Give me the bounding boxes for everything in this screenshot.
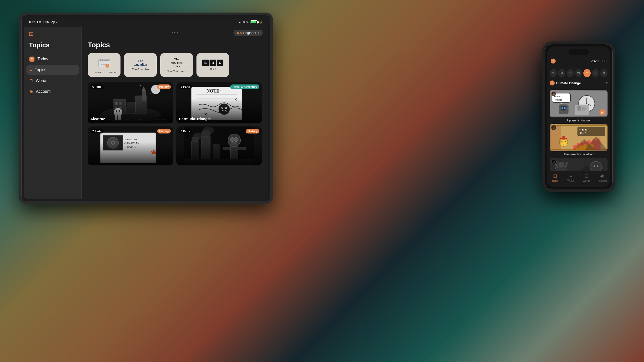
greenhouse-art-svg: THIS IS FINE — [550, 124, 608, 151]
day-T2[interactable]: T — [583, 69, 591, 77]
article-label-2: The greenhouse effect — [564, 153, 594, 156]
wifi-icon: ▲ — [238, 20, 242, 24]
sidebar-item-today[interactable]: 29 Today — [26, 54, 79, 64]
iphone-tab-today[interactable]: ⊟ Today — [547, 173, 563, 182]
article-comic-1: OLA? Hello! — [550, 90, 608, 117]
source-bbc[interactable]: B B C BBC — [196, 53, 229, 77]
svg-point-90 — [561, 141, 562, 142]
topic-card-canadian-caper[interactable]: OPERATION CANADIAN CAPER 🍁 7 Parts — [88, 126, 173, 165]
svg-rect-86 — [582, 107, 586, 111]
industrial-parts-tag: 6 Parts — [179, 129, 192, 133]
svg-point-78 — [561, 107, 563, 109]
sidebar-item-topics[interactable]: ≡ Topics — [26, 65, 79, 75]
source-guardian[interactable]: TheGuardian The Guardian — [124, 53, 157, 77]
svg-point-112 — [593, 165, 595, 167]
day-M[interactable]: M — [558, 69, 566, 77]
alcatraz-parts-tag: 6 Parts — [90, 84, 104, 89]
source-label-bbc: BBC — [210, 68, 216, 71]
source-browser-extension[interactable]: + Browser Extension — [88, 53, 120, 77]
planet-art-svg: OLA? Hello! — [550, 90, 608, 117]
tab-label-words: Words — [583, 179, 590, 182]
tab-label-topics: Topics — [567, 179, 574, 182]
topic-filter-label: Climate Change — [556, 81, 605, 85]
svg-text:Hello!: Hello! — [555, 99, 562, 101]
source-label-guardian: The Guardian — [132, 68, 149, 71]
charging-icon: ⚡ — [259, 20, 263, 24]
svg-point-113 — [597, 165, 598, 167]
ipad-status-bar: 8:46 AM Sun Sep 29 ▲ 80% ⚡ — [24, 18, 268, 27]
card-tags-industrial: 6 Parts History — [179, 129, 259, 133]
iphone-tabbar: ⊟ Today ≡ Topics ⊡ Words ◉ Account — [547, 171, 610, 187]
play-button-1[interactable]: ▶ — [599, 109, 606, 115]
dots-menu[interactable] — [172, 32, 178, 33]
iphone-tab-account[interactable]: ◉ Account — [594, 173, 610, 182]
svg-point-2 — [100, 59, 101, 61]
score-display: 737/1,000 — [591, 59, 607, 63]
main-content: 5% Beginner ▾ Topics — [82, 27, 268, 199]
nyt-logo-text: TheNew YorkTimes — [171, 57, 182, 68]
streak-badge: 1 — [551, 59, 556, 64]
svg-point-3 — [102, 59, 103, 61]
level-badge[interactable]: 5% Beginner ▾ — [233, 30, 263, 36]
sidebar-item-account[interactable]: ◉ Account — [26, 86, 79, 96]
words-tab-icon: ⊡ — [585, 173, 588, 179]
alcatraz-category-tag: History — [157, 84, 171, 89]
sidebar-item-words[interactable]: ⊡ Words — [26, 76, 79, 85]
source-nyt[interactable]: TheNew YorkTimes New York Times — [160, 53, 193, 77]
topics-heading: Topics — [82, 39, 268, 53]
day-T1[interactable]: T — [567, 69, 574, 77]
iphone-device: 1 737/1,000 S M T W T F S ● — [542, 41, 615, 192]
battery-fill — [251, 21, 256, 23]
iphone-tab-topics[interactable]: ≡ Topics — [563, 173, 579, 182]
ipad-screen: 8:46 AM Sun Sep 29 ▲ 80% ⚡ — [24, 18, 268, 199]
sidebar-label-topics: Topics — [35, 68, 46, 72]
sidebar-label-account: Account — [36, 89, 51, 94]
alcatraz-title: Alcatraz — [90, 117, 171, 121]
tab-label-account: Account — [598, 179, 607, 182]
today-icon: 29 — [29, 57, 34, 62]
day-S1[interactable]: S — [550, 69, 557, 77]
day-W[interactable]: W — [575, 69, 582, 77]
ipad-app-area: ⊞ Topics 29 Today ≡ Topics ⊡ — [24, 27, 268, 199]
article-number-2: ② — [551, 125, 556, 130]
guardian-logo-text: TheGuardian — [134, 59, 147, 66]
article-thumb-1: OLA? Hello! — [550, 90, 608, 117]
status-date: Sun Sep 29 — [43, 20, 59, 24]
battery-icon — [251, 20, 258, 24]
topic-card-alcatraz[interactable]: 6 Parts History Alcatraz — [88, 82, 173, 123]
topic-cards-row1: 6 Parts History Alcatraz — [82, 82, 268, 123]
svg-rect-85 — [577, 106, 581, 110]
topic-card-industrial[interactable]: 6 Parts History — [176, 126, 262, 165]
canadian-category-tag: History — [157, 129, 171, 133]
svg-rect-94 — [577, 127, 605, 136]
sidebar-title: Topics — [26, 41, 79, 49]
topic-card-bermuda[interactable]: NOTE: — [176, 82, 262, 123]
article-comic-2: THIS IS FINE — [550, 124, 608, 151]
sidebar-toggle-icon: ⊞ — [29, 31, 33, 37]
svg-point-91 — [565, 141, 566, 142]
topics-icon: ≡ — [29, 68, 32, 72]
main-topbar: 5% Beginner ▾ — [82, 27, 268, 39]
level-name: Beginner — [243, 31, 256, 35]
dot-1 — [172, 32, 173, 33]
day-S2[interactable]: S — [600, 69, 608, 77]
dynamic-island — [569, 49, 589, 55]
article-greenhouse[interactable]: THIS IS FINE ② The greenhouse effect — [550, 124, 608, 156]
card-tags-bermuda: 6 Parts Travel & Adventure — [179, 84, 259, 89]
battery-percentage: 80% — [243, 20, 249, 24]
topic-selector[interactable]: ● Climate Change ▾ — [550, 80, 608, 85]
ipad-device: 8:46 AM Sun Sep 29 ▲ 80% ⚡ — [19, 13, 273, 204]
article-planet-danger[interactable]: OLA? Hello! — [550, 90, 608, 122]
flame-count: 1 — [552, 60, 554, 63]
source-label-nyt: New York Times — [167, 70, 187, 73]
iphone-tab-words[interactable]: ⊡ Words — [579, 173, 594, 182]
article-thumb-2: THIS IS FINE ② — [550, 124, 608, 151]
svg-point-102 — [558, 162, 564, 168]
sidebar-label-words: Words — [36, 78, 47, 83]
day-F[interactable]: F — [592, 69, 599, 77]
sidebar-toggle-button[interactable]: ⊞ — [28, 30, 35, 37]
iphone-frame: 1 737/1,000 S M T W T F S ● — [542, 41, 615, 192]
browser-ext-svg: + — [97, 57, 111, 69]
topics-tab-icon: ≡ — [569, 173, 572, 178]
ipad-frame: 8:46 AM Sun Sep 29 ▲ 80% ⚡ — [19, 13, 273, 204]
